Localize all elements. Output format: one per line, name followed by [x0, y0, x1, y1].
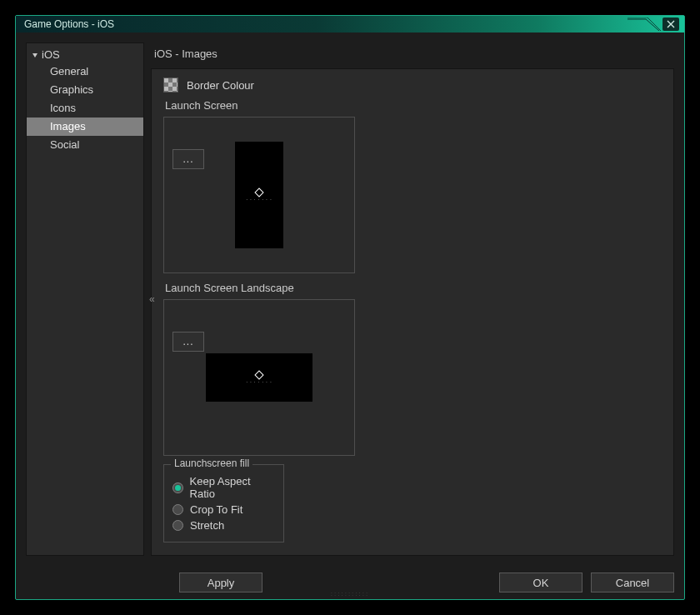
launch-screen-image: · · · · · · ·: [235, 142, 283, 248]
sidebar-item-images[interactable]: Images: [27, 118, 143, 136]
tree-root-ios[interactable]: iOS: [27, 47, 143, 62]
splash-logo-icon: · · · · · · ·: [246, 372, 272, 383]
radio-label: Keep Aspect Ratio: [190, 475, 275, 500]
radio-icon: [172, 482, 183, 493]
fill-group-legend: Launchscreen fill: [171, 458, 252, 469]
sidebar-item-label: Graphics: [50, 83, 93, 96]
button-label: OK: [533, 577, 549, 589]
close-icon: [667, 20, 675, 28]
launch-screen-browse-button[interactable]: ...: [172, 149, 204, 169]
sidebar: iOS General Graphics Icons Images Social: [26, 42, 144, 556]
sidebar-item-label: Social: [50, 138, 79, 151]
body-area: iOS General Graphics Icons Images Social…: [16, 32, 684, 566]
ok-button[interactable]: OK: [499, 572, 582, 592]
close-button[interactable]: [662, 18, 679, 31]
launch-screen-preview: ... · · · · · · ·: [163, 117, 355, 273]
sidebar-item-general[interactable]: General: [27, 62, 143, 81]
launch-screen-landscape-image: · · · · · · ·: [206, 353, 312, 402]
window-title: Game Options - iOS: [24, 18, 114, 30]
main-panel: Border Colour Launch Screen ... · · · · …: [151, 68, 674, 556]
border-colour-label: Border Colour: [187, 79, 254, 92]
radio-label: Crop To Fit: [190, 503, 242, 516]
tree-root-label: iOS: [42, 48, 60, 61]
apply-button[interactable]: Apply: [179, 572, 262, 592]
titlebar-notch-icon: [628, 18, 661, 31]
sidebar-item-label: Images: [50, 120, 86, 132]
fill-option-crop[interactable]: Crop To Fit: [172, 503, 275, 516]
launch-screen-label: Launch Screen: [165, 99, 662, 112]
collapse-icon: «: [149, 293, 155, 305]
main-content: iOS - Images Border Colour Launch Screen…: [151, 42, 674, 556]
launchscreen-fill-group: Launchscreen fill Keep Aspect Ratio Crop…: [163, 464, 284, 542]
sidebar-collapse-handle[interactable]: «: [149, 293, 155, 305]
sidebar-item-label: General: [50, 65, 88, 78]
browse-label: ...: [182, 336, 193, 348]
cancel-button[interactable]: Cancel: [591, 572, 674, 592]
splash-logo-icon: · · · · · · ·: [246, 189, 272, 201]
sidebar-item-label: Icons: [50, 102, 76, 114]
button-label: Cancel: [616, 577, 649, 589]
radio-icon: [172, 520, 183, 531]
sidebar-item-graphics[interactable]: Graphics: [27, 81, 143, 99]
resize-grip-icon: :::::::::::: [331, 590, 369, 598]
button-label: Apply: [208, 577, 235, 589]
page-title: iOS - Images: [151, 42, 674, 68]
game-options-window: Game Options - iOS iOS Gene: [15, 15, 685, 600]
chevron-down-icon: [32, 52, 38, 58]
titlebar[interactable]: Game Options - iOS: [16, 16, 684, 32]
launch-screen-landscape-label: Launch Screen Landscape: [165, 282, 662, 294]
sidebar-item-social[interactable]: Social: [27, 136, 143, 154]
launch-screen-landscape-preview: ... · · · · · · ·: [163, 299, 355, 456]
titlebar-controls: [628, 18, 679, 31]
radio-icon: [172, 504, 183, 515]
browse-label: ...: [182, 153, 193, 165]
fill-option-stretch[interactable]: Stretch: [172, 519, 275, 532]
border-colour-swatch[interactable]: [163, 78, 178, 92]
border-colour-row: Border Colour: [163, 78, 662, 92]
fill-option-keep-aspect[interactable]: Keep Aspect Ratio: [172, 475, 275, 500]
launch-screen-landscape-browse-button[interactable]: ...: [172, 332, 204, 352]
dialog-button-row: Apply OK Cancel :::::::::::: [16, 566, 684, 599]
radio-label: Stretch: [190, 519, 224, 532]
sidebar-item-icons[interactable]: Icons: [27, 99, 143, 118]
